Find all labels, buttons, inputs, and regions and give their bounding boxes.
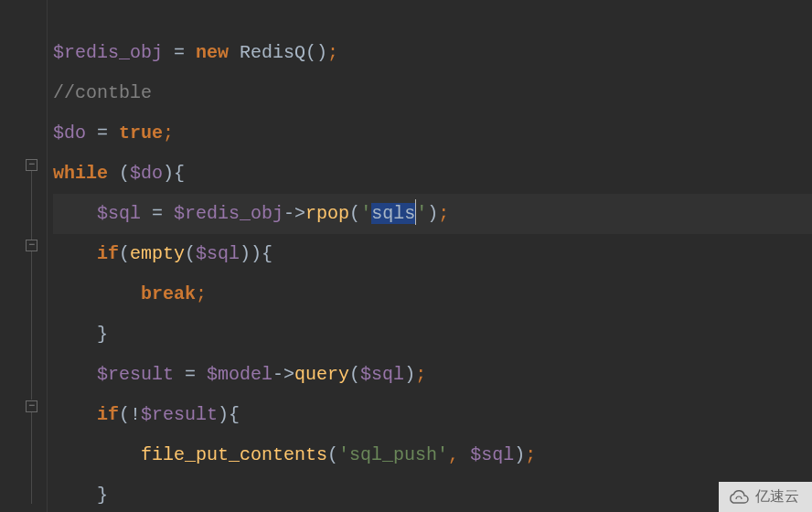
token-op: -> xyxy=(272,364,294,385)
code-line[interactable]: } xyxy=(53,315,812,355)
token-cm: ; xyxy=(327,42,338,63)
token-op: = xyxy=(86,123,119,144)
token-op xyxy=(229,42,240,63)
code-line[interactable]: if(!$result){ xyxy=(53,395,812,435)
token-op: } xyxy=(97,485,108,506)
token-var: $result xyxy=(97,364,174,385)
token-kw: if xyxy=(97,243,119,264)
token-kw: true xyxy=(119,123,163,144)
token-op: ) xyxy=(514,444,525,465)
token-kw: new xyxy=(196,42,229,63)
code-editor[interactable]: $redis_obj = new RedisQ();//contble$do =… xyxy=(0,0,812,512)
watermark: 亿速云 xyxy=(719,482,812,512)
token-fn: empty xyxy=(130,243,185,264)
code-line[interactable]: } xyxy=(53,475,812,512)
token-var: $sql xyxy=(470,444,514,465)
token-var: $sql xyxy=(97,203,141,224)
code-line[interactable]: $sql = $redis_obj->rpop('sqls'); xyxy=(53,194,812,234)
gutter xyxy=(0,0,48,512)
token-cm: ; xyxy=(525,444,536,465)
token-fn: query xyxy=(294,364,349,385)
code-line[interactable]: $do = true; xyxy=(53,113,812,154)
token-op: )){ xyxy=(240,243,272,264)
fold-toggle-icon[interactable] xyxy=(26,240,37,251)
token-class: RedisQ xyxy=(240,42,305,63)
token-op: (! xyxy=(119,404,141,425)
watermark-text: 亿速云 xyxy=(755,487,799,507)
token-var: $model xyxy=(207,364,272,385)
token-op: ( xyxy=(108,163,130,184)
token-cmt: //contble xyxy=(53,82,152,103)
fold-toggle-icon[interactable] xyxy=(26,400,37,412)
token-cm: ; xyxy=(163,123,174,144)
token-str: ' xyxy=(360,203,371,224)
token-cm: ; xyxy=(438,203,449,224)
code-line[interactable]: file_put_contents('sql_push', $sql); xyxy=(53,435,812,475)
token-op: ){ xyxy=(163,163,185,184)
token-op: ( xyxy=(349,364,360,385)
token-str: ' xyxy=(416,203,427,224)
token-cm: ; xyxy=(196,283,207,304)
cloud-icon xyxy=(728,488,750,507)
fold-toggle-icon[interactable] xyxy=(26,159,37,171)
token-op xyxy=(459,444,470,465)
code-line[interactable]: if(empty($sql)){ xyxy=(53,234,812,274)
token-op: } xyxy=(97,324,108,345)
token-var: $do xyxy=(130,163,163,184)
token-sel: sqls xyxy=(371,203,415,224)
token-op: ) xyxy=(404,364,415,385)
text-cursor xyxy=(415,199,416,225)
token-cm: , xyxy=(448,444,459,465)
token-var: $redis_obj xyxy=(174,203,283,224)
token-var: $sql xyxy=(360,364,404,385)
token-op: () xyxy=(305,42,327,63)
token-var: $sql xyxy=(196,243,240,264)
code-line[interactable]: $result = $model->query($sql); xyxy=(53,355,812,395)
token-op: = xyxy=(141,203,174,224)
token-str: 'sql_push' xyxy=(338,444,448,465)
token-kw: break xyxy=(141,283,196,304)
token-op: ( xyxy=(185,243,196,264)
code-line[interactable]: //contble xyxy=(53,73,812,113)
code-line[interactable]: break; xyxy=(53,274,812,315)
fold-guide xyxy=(31,171,32,242)
token-op: ( xyxy=(327,444,338,465)
token-op: ){ xyxy=(218,404,240,425)
token-var: $result xyxy=(141,404,218,425)
fold-guide xyxy=(31,251,32,400)
code-area[interactable]: $redis_obj = new RedisQ();//contble$do =… xyxy=(48,0,812,512)
token-op: -> xyxy=(283,203,305,224)
token-op: = xyxy=(163,42,196,63)
token-op: = xyxy=(174,364,207,385)
token-kw: if xyxy=(97,404,119,425)
token-var: $do xyxy=(53,123,86,144)
token-op: ( xyxy=(119,243,130,264)
token-var: $redis_obj xyxy=(53,42,163,63)
code-line[interactable]: while ($do){ xyxy=(53,154,812,194)
code-line[interactable]: $redis_obj = new RedisQ(); xyxy=(53,33,812,73)
fold-guide xyxy=(31,412,32,504)
token-kw: while xyxy=(53,163,108,184)
token-fn: file_put_contents xyxy=(141,444,327,465)
token-fn: rpop xyxy=(305,203,349,224)
token-cm: ; xyxy=(415,364,426,385)
token-op: ) xyxy=(427,203,438,224)
token-op: ( xyxy=(349,203,360,224)
